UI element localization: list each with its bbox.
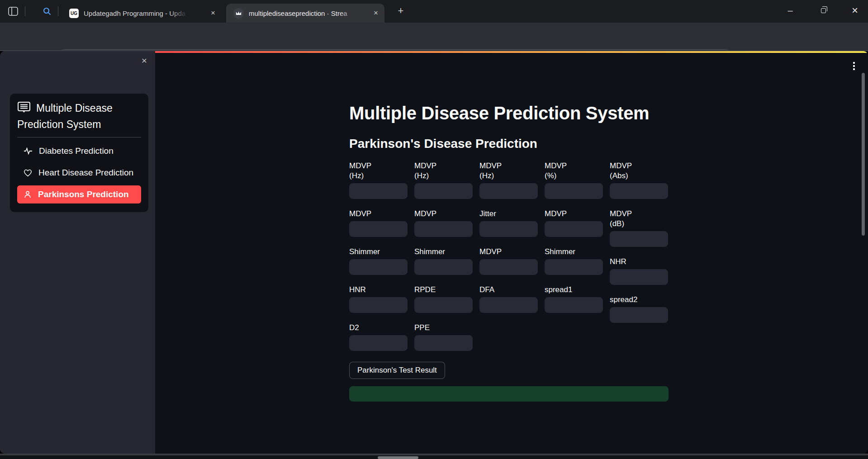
tabbar-separator-2 [58,6,58,16]
text-input-hnr[interactable] [349,297,408,313]
sidebar-item-label: Parkinsons Prediction [38,189,129,199]
page-title: Multiple Disease Prediction System [349,102,669,124]
text-input-d2[interactable] [349,335,408,351]
field-label: Shimmer [545,247,603,257]
sidebar-close-icon[interactable]: × [138,55,150,66]
sidebar-item-label: Diabetes Prediction [39,146,114,156]
form-column-5: MDVP (Abs) MDVP (dB) NHR spread2 [610,161,668,361]
window-bottom-edge [0,454,868,459]
close-window-button[interactable]: × [844,0,865,21]
field-label: MDVP [545,209,603,219]
tab-updategadh[interactable]: UG Updategadh Programming - Upda × [61,4,222,23]
close-glyph: × [852,4,858,17]
tab-actions-glyph [8,7,18,16]
streamlit-favicon [233,8,244,19]
form-column-4: MDVP (%) MDVP Shimmer spread1 [545,161,603,361]
text-input-mdvp-jitter-abs[interactable] [610,183,668,199]
text-input-nhr[interactable] [610,269,668,285]
parkinsons-test-result-button[interactable]: Parkinson's Test Result [349,362,445,379]
text-input-spread2[interactable] [610,307,668,323]
tabbar-separator [25,6,25,16]
text-input-mdvp-shimmer[interactable] [545,221,603,237]
search-glyph [43,7,52,16]
field-label: D2 [349,323,408,333]
text-input-mdvp-apq[interactable] [479,259,538,275]
text-input-rpde[interactable] [414,297,473,313]
pulse-icon [24,147,33,155]
field-label: MDVP (Hz) [349,161,408,181]
app-menu-icon[interactable] [848,59,860,73]
field-label: spread2 [610,295,668,305]
text-input-mdvp-fo-hz[interactable] [349,183,408,199]
field-label: MDVP (Abs) [610,161,668,181]
sidebar-item-diabetes[interactable]: Diabetes Prediction [17,142,141,160]
sidebar-item-parkinsons[interactable]: Parkinsons Prediction [17,185,141,203]
taskbar-hint [378,456,418,459]
browser-toolbar: ← ↻ i localhost:8501 UG ••• [0,23,868,50]
field-label: MDVP (dB) [610,209,668,229]
close-tab-icon[interactable]: × [374,9,378,18]
text-input-ppe[interactable] [414,335,473,351]
field-label: Shimmer [349,247,408,257]
field-label: spread1 [545,285,603,295]
menu-divider [17,137,141,137]
text-input-jitter-ddp[interactable] [479,221,538,237]
text-input-shimmer-apq5[interactable] [414,259,473,275]
parkinsons-form: MDVP (Hz) MDVP Shimmer HNR D2 MDVP (Hz) … [349,161,669,361]
tab-title-fade [339,9,357,17]
text-input-dfa[interactable] [479,297,538,313]
page-scrollbar[interactable] [862,73,865,236]
minimize-glyph: – [787,5,792,16]
restore-button[interactable] [813,0,834,21]
field-label: Shimmer [414,247,473,257]
text-input-mdvp-rap[interactable] [349,221,408,237]
tab-title: Updategadh Programming - Upda [84,9,188,17]
form-column-1: MDVP (Hz) MDVP Shimmer HNR D2 [349,161,408,361]
text-input-shimmer-dda[interactable] [545,259,603,275]
browser-titlebar: UG Updategadh Programming - Upda × multi… [0,0,868,23]
person-icon [24,190,32,199]
text-input-mdvp-flo-hz[interactable] [479,183,538,199]
main-content: Multiple Disease Prediction System Parki… [349,51,669,402]
section-title: Parkinson's Disease Prediction [349,136,669,151]
field-label: MDVP [479,247,538,257]
journal-icon [17,101,31,114]
form-column-3: MDVP (Hz) Jitter MDVP DFA [479,161,538,361]
field-label: PPE [414,323,473,333]
tab-title: multiplediseaseprediction · Strea [249,9,357,17]
field-label: DFA [479,285,538,295]
tab-search-icon[interactable] [40,5,54,18]
text-input-shimmer-apq3[interactable] [349,259,408,275]
restore-icon [821,8,826,13]
sidebar-item-label: Heart Disease Prediction [38,168,133,178]
text-input-mdvp-shimmer-db[interactable] [610,231,668,247]
result-success-bar [349,386,669,402]
field-label: MDVP [414,209,473,219]
text-input-mdvp-ppq[interactable] [414,221,473,237]
tab-title-fade [170,9,188,17]
new-tab-button[interactable]: + [394,5,407,17]
updategadh-favicon: UG [69,9,79,18]
field-label: Jitter [479,209,538,219]
field-label: NHR [610,257,668,267]
text-input-mdvp-jitter-pct[interactable] [545,183,603,199]
sidebar-app-title: Multiple Disease Prediction System [17,100,141,132]
text-input-spread1[interactable] [545,297,603,313]
form-column-2: MDVP (Hz) MDVP Shimmer RPDE PPE [414,161,473,361]
streamlit-sidebar: × Multiple Disease Prediction System Dia… [0,51,155,454]
heart-icon [24,169,32,177]
text-input-mdvp-fhi-hz[interactable] [414,183,473,199]
web-page: × Multiple Disease Prediction System Dia… [0,51,868,454]
field-label: MDVP [349,209,408,219]
bottom-divider [0,454,868,455]
tab-actions-icon[interactable] [6,5,20,18]
option-menu: Multiple Disease Prediction System Diabe… [10,94,148,212]
field-label: MDVP (%) [545,161,603,181]
minimize-button[interactable]: – [780,0,801,21]
close-tab-icon[interactable]: × [211,9,215,18]
tab-streamlit-active[interactable]: multiplediseaseprediction · Strea × [226,4,384,23]
field-label: RPDE [414,285,473,295]
field-label: MDVP (Hz) [414,161,473,181]
crown-glyph [236,11,242,15]
sidebar-item-heart[interactable]: Heart Disease Prediction [17,164,141,182]
